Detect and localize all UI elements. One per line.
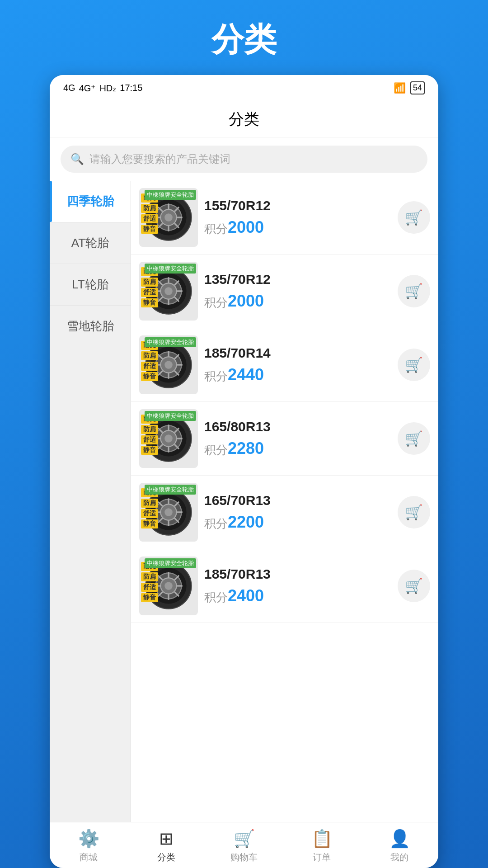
status-right: 📶 54 [394, 81, 425, 94]
product-item: 耐扎防扁舒适静音 中橡狼牌安全轮胎 185/70R13 积分2400 🛒 [131, 549, 438, 623]
sidebar-item-snow[interactable]: 雪地轮胎 [50, 306, 131, 347]
nav-item-store[interactable]: ⚙️ 商城 [50, 822, 127, 868]
nav-item-category[interactable]: ⊞ 分类 [127, 822, 205, 868]
search-icon: 🔍 [70, 153, 84, 165]
sidebar: 四季轮胎 AT轮胎 LT轮胎 雪地轮胎 [50, 181, 131, 822]
search-bar-wrap: 🔍 请输入您要搜索的产品关键词 [50, 137, 438, 181]
status-time: 17:15 [120, 83, 142, 93]
cart-icon: 🛒 [405, 577, 423, 594]
cart-icon: 🛒 [405, 356, 423, 373]
nav-item-cart[interactable]: 🛒 购物车 [205, 822, 283, 868]
add-to-cart-button[interactable]: 🛒 [398, 275, 430, 307]
bottom-nav: ⚙️ 商城 ⊞ 分类 🛒 购物车 📋 订单 👤 我的 [50, 822, 438, 868]
search-placeholder: 请输入您要搜索的产品关键词 [89, 152, 230, 166]
nav-label-cart: 购物车 [230, 851, 258, 863]
svg-point-56 [164, 508, 173, 516]
svg-point-30 [164, 361, 173, 369]
grid-icon: ⊞ [159, 829, 174, 849]
product-tag: 静音 [141, 593, 158, 602]
cart-icon: 🛒 [405, 209, 423, 226]
header-title: 分类 [229, 110, 259, 127]
product-info: 165/70R13 积分2200 [204, 493, 391, 532]
nav-item-profile[interactable]: 👤 我的 [361, 822, 438, 868]
add-to-cart-button[interactable]: 🛒 [398, 496, 430, 528]
product-tag: 舒适 [141, 583, 158, 592]
sidebar-item-at[interactable]: AT轮胎 [50, 222, 131, 264]
product-name: 135/70R12 [204, 272, 391, 287]
product-info: 185/70R14 积分2440 [204, 345, 391, 384]
content-area: 四季轮胎 AT轮胎 LT轮胎 雪地轮胎 [50, 181, 438, 822]
sidebar-item-all-season[interactable]: 四季轮胎 [50, 181, 131, 222]
product-tag: 舒适 [141, 288, 158, 297]
product-tag: 舒适 [141, 214, 158, 223]
product-points: 积分2400 [204, 586, 391, 605]
product-info: 165/80R13 积分2280 [204, 419, 391, 458]
product-tag: 静音 [141, 519, 158, 528]
product-tag: 静音 [141, 225, 158, 234]
add-to-cart-button[interactable]: 🛒 [398, 422, 430, 455]
product-image: 耐扎防扁舒适静音 中橡狼牌安全轮胎 [139, 483, 198, 542]
points-value: 2440 [228, 365, 264, 384]
nav-label-profile: 我的 [390, 851, 408, 863]
product-item: 耐扎防扁舒适静音 中橡狼牌安全轮胎 135/70R12 积分2000 🛒 [131, 255, 438, 328]
product-tag: 静音 [141, 446, 158, 455]
cart-icon: 🛒 [405, 504, 423, 521]
add-to-cart-button[interactable]: 🛒 [398, 201, 430, 234]
add-to-cart-button[interactable]: 🛒 [398, 570, 430, 602]
product-tag: 舒适 [141, 435, 158, 444]
product-name: 155/70R12 [204, 198, 391, 213]
product-points: 积分2000 [204, 292, 391, 311]
product-tag: 静音 [141, 372, 158, 381]
points-value: 2280 [228, 439, 264, 458]
product-tag: 防扁 [141, 351, 158, 360]
add-to-cart-button[interactable]: 🛒 [398, 349, 430, 381]
brand-label: 中橡狼牌安全轮胎 [145, 485, 196, 495]
points-value: 2200 [228, 513, 264, 531]
product-tag: 防扁 [141, 278, 158, 287]
status-left: 4G 4G⁺ HD₂ 17:15 [63, 83, 142, 94]
product-name: 165/80R13 [204, 419, 391, 434]
product-tag: 舒适 [141, 362, 158, 371]
product-tag: 防扁 [141, 204, 158, 213]
product-item: 耐扎防扁舒适静音 中橡狼牌安全轮胎 185/70R14 积分2440 🛒 [131, 328, 438, 402]
nav-label-orders: 订单 [313, 851, 331, 863]
sidebar-item-lt[interactable]: LT轮胎 [50, 264, 131, 306]
product-image: 耐扎防扁舒适静音 中橡狼牌安全轮胎 [139, 188, 198, 247]
points-value: 2400 [228, 586, 264, 605]
product-points: 积分2280 [204, 439, 391, 458]
svg-point-4 [164, 213, 173, 222]
brand-label: 中橡狼牌安全轮胎 [145, 337, 196, 347]
status-bar: 4G 4G⁺ HD₂ 17:15 📶 54 [50, 75, 438, 101]
wheel-icon: ⚙️ [78, 829, 99, 849]
page-title: 分类 [0, 0, 488, 75]
product-info: 185/70R13 积分2400 [204, 566, 391, 605]
product-tag: 静音 [141, 298, 158, 307]
product-info: 135/70R12 积分2000 [204, 272, 391, 311]
brand-label: 中橡狼牌安全轮胎 [145, 264, 196, 274]
product-points: 积分2000 [204, 218, 391, 237]
product-item: 耐扎防扁舒适静音 中橡狼牌安全轮胎 155/70R12 积分2000 🛒 [131, 181, 438, 255]
product-name: 185/70R14 [204, 345, 391, 361]
cart-icon: 🛒 [405, 283, 423, 300]
hd-icon: HD₂ [99, 83, 116, 94]
cart-icon: 🛒 [405, 430, 423, 447]
product-item: 耐扎防扁舒适静音 中橡狼牌安全轮胎 165/70R13 积分2200 🛒 [131, 476, 438, 549]
app-header: 分类 [50, 101, 438, 137]
product-tag: 舒适 [141, 509, 158, 518]
nav-item-orders[interactable]: 📋 订单 [283, 822, 361, 868]
product-tag: 防扁 [141, 425, 158, 434]
product-item: 耐扎防扁舒适静音 中橡狼牌安全轮胎 165/80R13 积分2280 🛒 [131, 402, 438, 476]
list-icon: 📋 [311, 829, 333, 849]
wifi-icon: 📶 [394, 82, 406, 94]
nav-label-category: 分类 [157, 851, 175, 863]
product-points: 积分2440 [204, 365, 391, 384]
signal-4g2-icon: 4G⁺ [79, 83, 96, 94]
brand-label: 中橡狼牌安全轮胎 [145, 558, 196, 568]
svg-point-43 [164, 434, 173, 443]
product-image: 耐扎防扁舒适静音 中橡狼牌安全轮胎 [139, 262, 198, 321]
cart-nav-icon: 🛒 [234, 829, 255, 849]
svg-point-17 [164, 287, 173, 295]
search-bar[interactable]: 🔍 请输入您要搜索的产品关键词 [61, 146, 427, 173]
product-tag: 防扁 [141, 499, 158, 508]
signal-4g-icon: 4G [63, 83, 75, 93]
